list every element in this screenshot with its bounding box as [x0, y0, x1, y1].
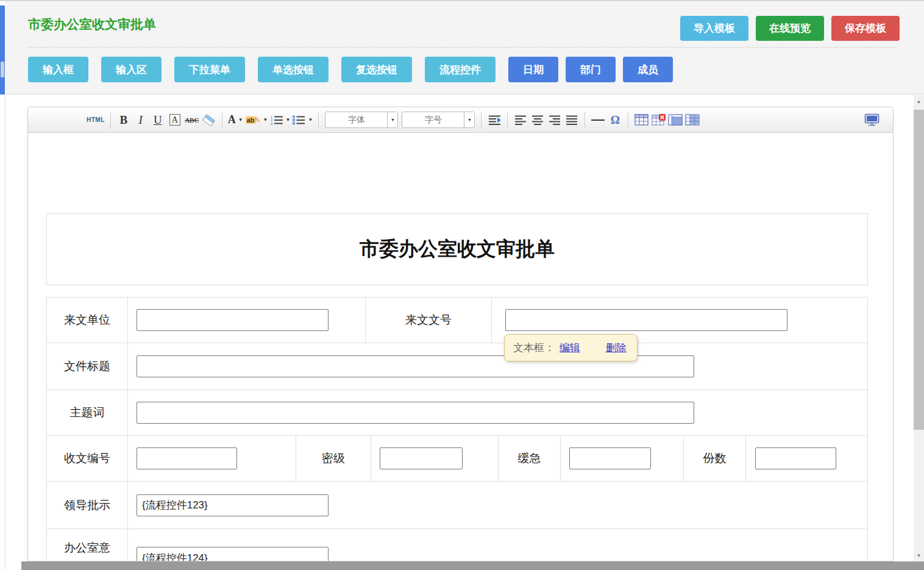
- table-properties-button[interactable]: [668, 112, 683, 129]
- copies-count-input[interactable]: [755, 447, 836, 469]
- bullet-list-icon: [293, 115, 305, 125]
- table-row: 文件标题: [47, 343, 867, 390]
- label-copies-count: 份数: [684, 436, 746, 481]
- bold-button[interactable]: B: [116, 112, 131, 129]
- subject-words-input[interactable]: [137, 402, 694, 424]
- left-panel-divider: [5, 94, 5, 570]
- document-canvas[interactable]: 市委办公室收文审批单 来文单位 来文文号 文件标题: [28, 133, 893, 561]
- dropdown-caret-icon[interactable]: ▼: [464, 112, 474, 127]
- label-secrecy-level: 密级: [296, 436, 371, 481]
- delete-table-button[interactable]: [651, 112, 666, 129]
- cell: [561, 436, 684, 481]
- special-character-button[interactable]: Ω: [608, 112, 622, 129]
- cell: [128, 529, 867, 561]
- label-receipt-number: 收文编号: [47, 436, 128, 481]
- italic-button[interactable]: I: [133, 112, 148, 129]
- left-strip-grip: [1, 62, 4, 77]
- form-table: 来文单位 来文文号 文件标题 主题词: [46, 297, 868, 561]
- fullscreen-monitor-icon: [864, 113, 880, 126]
- eraser-icon: [202, 114, 216, 126]
- widget-input-box-button[interactable]: 输入框: [28, 57, 88, 82]
- font-color-button[interactable]: A ▼: [228, 112, 243, 129]
- header-actions: 导入模板 在线预览 保存模板: [680, 16, 900, 41]
- pencil-icon: ✎: [255, 116, 261, 124]
- toolbar-separator: [222, 112, 222, 128]
- justify-button[interactable]: [564, 112, 579, 129]
- scroll-down-arrow-icon[interactable]: ▼: [914, 549, 924, 561]
- dashed-divider: [28, 47, 897, 48]
- underline-button[interactable]: U: [151, 112, 165, 129]
- indent-icon: [488, 115, 502, 125]
- dropdown-caret-icon: ▼: [286, 117, 291, 123]
- font-family-select[interactable]: 字体 ▼: [325, 112, 398, 128]
- numbered-list-button[interactable]: 1 2 3 ▼: [271, 112, 291, 129]
- strikethrough-button[interactable]: ABC: [185, 112, 199, 129]
- font-size-select[interactable]: 字号 ▼: [402, 112, 475, 128]
- table-row: 办公室意: [47, 529, 867, 561]
- bottom-edge-bar: [21, 561, 924, 570]
- receipt-number-input[interactable]: [137, 447, 237, 469]
- label-leader-comments: 领导批示: [47, 482, 128, 529]
- label-urgency: 缓急: [499, 436, 561, 481]
- scroll-up-arrow-icon[interactable]: ▲: [914, 95, 924, 107]
- control-tooltip: 文本框： 编辑 删除: [504, 334, 638, 362]
- cell: [371, 436, 499, 481]
- dropdown-caret-icon[interactable]: ▼: [387, 112, 397, 127]
- label-incoming-doc-number: 来文文号: [366, 297, 492, 343]
- align-right-button[interactable]: [547, 112, 562, 129]
- source-html-button[interactable]: HTML: [87, 112, 105, 129]
- align-left-button[interactable]: [513, 112, 528, 129]
- insert-table-button[interactable]: [634, 112, 649, 129]
- indent-button[interactable]: [487, 112, 502, 129]
- online-preview-button[interactable]: 在线预览: [756, 16, 824, 41]
- widget-checkbox-button[interactable]: 复选按钮: [341, 57, 412, 82]
- align-center-icon: [531, 115, 544, 125]
- widget-department-button[interactable]: 部门: [566, 57, 616, 82]
- widget-toolbar: 输入框 输入区 下拉菜单 单选按钮 复选按钮 流程控件 日期 部门 成员: [28, 57, 680, 82]
- vertical-scrollbar[interactable]: ▲ ▼: [914, 95, 924, 561]
- widget-radio-button[interactable]: 单选按钮: [258, 57, 329, 82]
- highlight-button[interactable]: ab ✎ ▼: [246, 112, 268, 129]
- label-incoming-unit: 来文单位: [47, 297, 128, 343]
- page-title: 市委办公室收文审批单: [28, 16, 156, 33]
- widget-textarea-button[interactable]: 输入区: [101, 57, 162, 82]
- incoming-unit-input[interactable]: [137, 309, 329, 331]
- form-template-designer: 市委办公室收文审批单 导入模板 在线预览 保存模板 输入框 输入区 下拉菜单 单…: [0, 0, 924, 570]
- widget-member-button[interactable]: 成员: [623, 57, 673, 82]
- fullscreen-button[interactable]: [864, 112, 880, 129]
- eraser-button[interactable]: [202, 112, 216, 129]
- delete-table-icon: [652, 114, 666, 126]
- save-template-button[interactable]: 保存模板: [831, 16, 900, 41]
- bullet-list-button[interactable]: ▼: [293, 112, 313, 129]
- cell-properties-button[interactable]: [685, 112, 700, 129]
- table-row: 收文编号 密级 缓急 份数: [47, 436, 867, 482]
- cell: [128, 482, 867, 529]
- leader-comments-input[interactable]: [137, 494, 329, 516]
- align-center-button[interactable]: [530, 112, 545, 129]
- justify-icon: [565, 115, 578, 125]
- office-opinion-input[interactable]: [137, 547, 329, 561]
- import-template-button[interactable]: 导入模板: [680, 16, 748, 41]
- table-row: 领导批示: [47, 482, 867, 529]
- cell: [128, 436, 296, 481]
- document-title-block: 市委办公室收文审批单: [46, 213, 868, 285]
- scrollbar-thumb[interactable]: [914, 110, 924, 430]
- urgency-input[interactable]: [569, 447, 651, 469]
- align-left-icon: [514, 115, 527, 125]
- horizontal-rule-button[interactable]: [591, 112, 605, 129]
- incoming-doc-number-input[interactable]: [505, 309, 787, 331]
- align-right-icon: [548, 115, 561, 125]
- widget-dropdown-button[interactable]: 下拉菜单: [174, 57, 245, 82]
- dropdown-caret-icon: ▼: [238, 117, 243, 123]
- border-a-button[interactable]: A: [169, 114, 180, 126]
- toolbar-separator: [481, 112, 482, 128]
- document-title: 市委办公室收文审批单: [360, 236, 555, 263]
- secrecy-level-input[interactable]: [380, 447, 463, 469]
- widget-date-button[interactable]: 日期: [508, 57, 558, 82]
- toolbar-separator: [628, 112, 628, 128]
- widget-flow-control-button[interactable]: 流程控件: [425, 57, 496, 82]
- label-office-opinion: 办公室意: [47, 529, 128, 561]
- toolbar-separator: [110, 112, 111, 128]
- delete-control-link[interactable]: 删除: [606, 341, 627, 355]
- edit-control-link[interactable]: 编辑: [560, 341, 580, 355]
